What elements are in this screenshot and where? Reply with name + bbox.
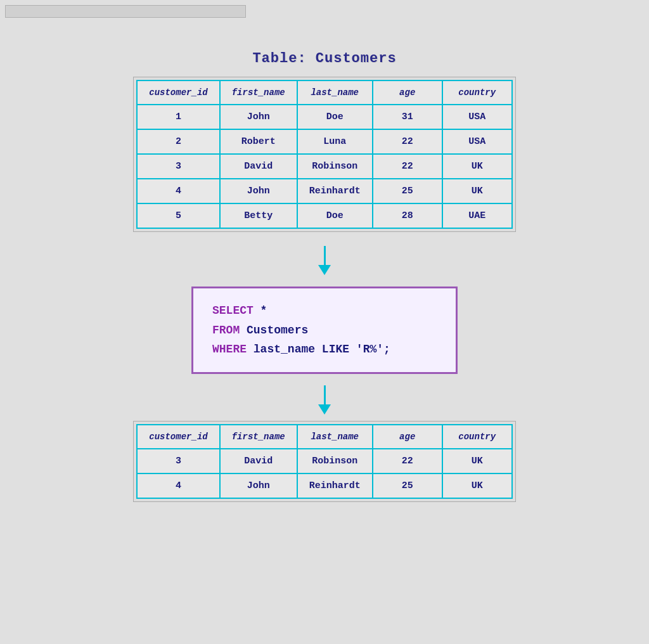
source-cell-2-1: David xyxy=(220,154,297,179)
source-col-last_name: last_name xyxy=(297,80,373,105)
sql-from-rest: Customers xyxy=(240,324,308,337)
table-title: Table: Customers xyxy=(252,51,396,67)
arrow-line-2 xyxy=(324,385,326,404)
source-row-3: 4JohnReinhardt25UK xyxy=(137,179,511,203)
sql-line-1: SELECT * xyxy=(212,301,437,321)
result-cell-0-4: UK xyxy=(442,449,512,473)
source-col-age: age xyxy=(373,80,442,105)
source-col-country: country xyxy=(442,80,512,105)
result-table-wrapper: customer_idfirst_namelast_nameagecountry… xyxy=(133,421,515,502)
result-cell-1-4: UK xyxy=(442,473,512,498)
result-col-customer_id: customer_id xyxy=(137,425,219,449)
result-cell-1-0: 4 xyxy=(137,473,219,498)
source-cell-3-2: Reinhardt xyxy=(297,179,373,203)
result-col-age: age xyxy=(373,425,442,449)
source-table: customer_idfirst_namelast_nameagecountry… xyxy=(136,80,512,229)
result-cell-0-1: David xyxy=(220,449,297,473)
result-cell-1-2: Reinhardt xyxy=(297,473,373,498)
source-cell-1-2: Luna xyxy=(297,129,373,154)
result-cell-0-2: Robinson xyxy=(297,449,373,473)
source-cell-0-1: John xyxy=(220,105,297,129)
sql-keyword-where: WHERE xyxy=(212,343,247,356)
result-table: customer_idfirst_namelast_nameagecountry… xyxy=(136,424,512,499)
source-cell-0-4: USA xyxy=(442,105,512,129)
source-cell-2-0: 3 xyxy=(137,154,219,179)
source-cell-3-3: 25 xyxy=(373,179,442,203)
source-cell-3-1: John xyxy=(220,179,297,203)
source-table-wrapper: customer_idfirst_namelast_nameagecountry… xyxy=(133,77,515,232)
source-cell-2-3: 22 xyxy=(373,154,442,179)
source-row-2: 3DavidRobinson22UK xyxy=(137,154,511,179)
source-table-inner: customer_idfirst_namelast_nameagecountry… xyxy=(136,80,512,229)
source-cell-0-3: 31 xyxy=(373,105,442,129)
result-cell-1-1: John xyxy=(220,473,297,498)
source-cell-4-0: 5 xyxy=(137,203,219,228)
result-row-0: 3DavidRobinson22UK xyxy=(137,449,511,473)
arrow-head-2 xyxy=(318,404,331,415)
result-col-last_name: last_name xyxy=(297,425,373,449)
source-cell-4-1: Betty xyxy=(220,203,297,228)
arrow-down-2 xyxy=(318,385,331,415)
source-cell-0-0: 1 xyxy=(137,105,219,129)
sql-where-rest: last_name LIKE 'R%'; xyxy=(247,343,390,356)
source-cell-1-4: USA xyxy=(442,129,512,154)
result-cell-0-3: 22 xyxy=(373,449,442,473)
result-table-inner: customer_idfirst_namelast_nameagecountry… xyxy=(136,424,512,499)
source-table-header-row: customer_idfirst_namelast_nameagecountry xyxy=(137,80,511,105)
arrow-head-1 xyxy=(318,265,331,275)
sql-box: SELECT * FROM Customers WHERE last_name … xyxy=(191,287,458,374)
sql-keyword-select: SELECT xyxy=(212,304,254,317)
source-cell-4-4: UAE xyxy=(442,203,512,228)
sql-line-3: WHERE last_name LIKE 'R%'; xyxy=(212,340,437,359)
source-cell-2-4: UK xyxy=(442,154,512,179)
source-cell-4-3: 28 xyxy=(373,203,442,228)
result-table-header-row: customer_idfirst_namelast_nameagecountry xyxy=(137,425,511,449)
result-cell-0-0: 3 xyxy=(137,449,219,473)
source-row-1: 2RobertLuna22USA xyxy=(137,129,511,154)
result-cell-1-3: 25 xyxy=(373,473,442,498)
top-bar xyxy=(5,5,246,18)
main-container: Table: Customers customer_idfirst_namela… xyxy=(0,0,649,644)
arrow-down-1 xyxy=(318,246,331,275)
source-cell-1-3: 22 xyxy=(373,129,442,154)
arrow-line-1 xyxy=(324,246,326,265)
source-col-customer_id: customer_id xyxy=(137,80,219,105)
sql-line-2: FROM Customers xyxy=(212,321,437,340)
source-row-4: 5BettyDoe28UAE xyxy=(137,203,511,228)
result-row-1: 4JohnReinhardt25UK xyxy=(137,473,511,498)
source-cell-0-2: Doe xyxy=(297,105,373,129)
source-cell-2-2: Robinson xyxy=(297,154,373,179)
source-row-0: 1JohnDoe31USA xyxy=(137,105,511,129)
result-col-country: country xyxy=(442,425,512,449)
source-cell-1-0: 2 xyxy=(137,129,219,154)
source-cell-3-4: UK xyxy=(442,179,512,203)
result-col-first_name: first_name xyxy=(220,425,297,449)
source-col-first_name: first_name xyxy=(220,80,297,105)
sql-select-rest: * xyxy=(254,304,267,317)
source-cell-3-0: 4 xyxy=(137,179,219,203)
source-cell-1-1: Robert xyxy=(220,129,297,154)
sql-keyword-from: FROM xyxy=(212,324,240,337)
source-cell-4-2: Doe xyxy=(297,203,373,228)
